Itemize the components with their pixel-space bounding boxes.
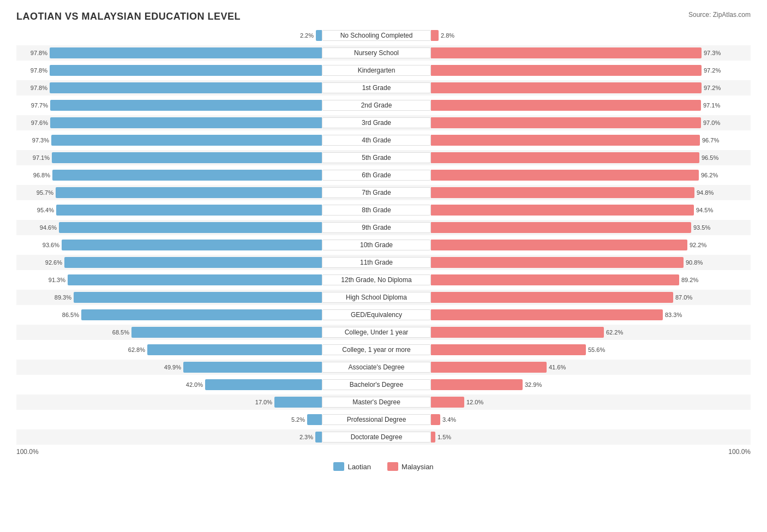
left-value: 97.6%	[27, 119, 48, 126]
right-section: 96.7%	[431, 133, 736, 148]
left-value: 68.5%	[109, 329, 129, 336]
left-section: 97.1%	[16, 150, 322, 165]
bar-row: 97.8% 1st Grade 97.2%	[16, 80, 751, 95]
left-bar-wrap: 68.5%	[16, 327, 322, 338]
left-bar-wrap: 95.7%	[16, 187, 322, 198]
right-bar	[431, 117, 701, 128]
left-bar	[52, 170, 322, 181]
source-label: Source: ZipAtlas.com	[688, 11, 751, 19]
left-section: 2.3%	[16, 429, 322, 445]
center-label: Professional Degree	[322, 414, 431, 425]
right-bar-wrap: 97.2%	[431, 82, 736, 93]
right-section: 12.0%	[431, 394, 736, 410]
right-bar	[431, 170, 699, 181]
left-section: 95.4%	[16, 202, 322, 218]
right-value: 55.6%	[588, 346, 609, 353]
right-bar-wrap: 97.1%	[431, 100, 736, 111]
right-value: 32.9%	[525, 381, 546, 388]
left-bar	[50, 47, 322, 58]
bar-row: 17.0% Master's Degree 12.0%	[16, 394, 751, 410]
right-bar	[431, 30, 439, 41]
left-section: 96.8%	[16, 168, 322, 183]
left-value: 95.4%	[33, 207, 54, 213]
left-bar-wrap: 86.5%	[16, 309, 322, 320]
left-section: 97.8%	[16, 80, 322, 95]
center-label: Bachelor's Degree	[322, 379, 431, 390]
left-section: 91.3%	[16, 272, 322, 288]
right-bar	[431, 205, 694, 216]
bar-row: 97.7% 2nd Grade 97.1%	[16, 98, 751, 113]
bar-row: 97.3% 4th Grade 96.7%	[16, 133, 751, 148]
right-bar	[431, 222, 691, 233]
right-bar	[431, 327, 604, 338]
bar-row: 68.5% College, Under 1 year 62.2%	[16, 325, 751, 340]
legend-laotian-label: Laotian	[347, 463, 371, 471]
left-bar-wrap: 97.1%	[16, 152, 322, 163]
left-bar-wrap: 97.8%	[16, 82, 322, 93]
center-label: 7th Grade	[322, 187, 431, 198]
left-bar	[307, 414, 322, 425]
bar-row: 93.6% 10th Grade 92.2%	[16, 237, 751, 253]
left-bar-wrap: 91.3%	[16, 274, 322, 285]
bar-row: 2.3% Doctorate Degree 1.5%	[16, 429, 751, 445]
bar-row: 2.2% No Schooling Completed 2.8%	[16, 28, 751, 43]
right-value: 97.1%	[703, 102, 724, 109]
chart-title: LAOTIAN VS MALAYSIAN EDUCATION LEVEL	[16, 11, 751, 22]
left-section: 92.6%	[16, 255, 322, 270]
right-value: 90.8%	[686, 259, 706, 266]
left-bar	[51, 135, 322, 146]
left-section: 62.8%	[16, 342, 322, 357]
right-bar	[431, 274, 679, 285]
right-bar	[431, 432, 435, 443]
left-bar	[56, 187, 322, 198]
left-bar	[52, 152, 322, 163]
right-bar-wrap: 96.2%	[431, 170, 736, 181]
bar-row: 95.7% 7th Grade 94.8%	[16, 185, 751, 200]
left-bar	[50, 65, 322, 76]
right-value: 96.2%	[701, 172, 722, 178]
right-value: 83.3%	[665, 312, 686, 318]
left-bar	[316, 30, 322, 41]
right-section: 3.4%	[431, 412, 736, 427]
right-section: 41.6%	[431, 360, 736, 375]
left-value: 94.6%	[36, 224, 57, 231]
right-bar	[431, 414, 440, 425]
right-value: 97.0%	[703, 119, 724, 126]
right-bar-wrap: 32.9%	[431, 379, 736, 390]
left-bar	[50, 100, 322, 111]
right-section: 96.5%	[431, 150, 736, 165]
right-bar-wrap: 3.4%	[431, 414, 736, 425]
left-value: 2.3%	[292, 434, 313, 440]
right-bar	[431, 379, 523, 390]
center-label: 5th Grade	[322, 152, 431, 163]
right-section: 62.2%	[431, 325, 736, 340]
left-section: 2.2%	[16, 28, 322, 43]
left-value: 97.8%	[27, 50, 47, 56]
left-bar-wrap: 2.2%	[16, 30, 322, 41]
bar-row: 92.6% 11th Grade 90.8%	[16, 255, 751, 270]
right-bar-wrap: 96.5%	[431, 152, 736, 163]
left-section: 68.5%	[16, 325, 322, 340]
left-bar-wrap: 62.8%	[16, 344, 322, 355]
left-bar	[56, 205, 322, 216]
center-label: 4th Grade	[322, 135, 431, 146]
left-bar	[147, 344, 322, 355]
right-bar-wrap: 41.6%	[431, 362, 736, 373]
bar-row: 91.3% 12th Grade, No Diploma 89.2%	[16, 272, 751, 288]
rows-area: 2.2% No Schooling Completed 2.8% 97.8%	[16, 28, 751, 445]
left-value: 42.0%	[182, 381, 203, 388]
left-section: 86.5%	[16, 307, 322, 322]
left-value: 97.1%	[29, 154, 50, 161]
axis-left: 100.0%	[16, 448, 39, 456]
legend-malaysian-label: Malaysian	[402, 463, 434, 471]
left-value: 97.8%	[27, 85, 47, 91]
bar-row: 97.8% Kindergarten 97.2%	[16, 63, 751, 78]
center-label: Doctorate Degree	[322, 432, 431, 443]
right-value: 96.7%	[702, 137, 723, 144]
center-label: Master's Degree	[322, 397, 431, 408]
bar-row: 95.4% 8th Grade 94.5%	[16, 202, 751, 218]
left-bar-wrap: 97.7%	[16, 100, 322, 111]
left-section: 97.7%	[16, 98, 322, 113]
bar-row: 94.6% 9th Grade 93.5%	[16, 220, 751, 235]
left-section: 17.0%	[16, 394, 322, 410]
